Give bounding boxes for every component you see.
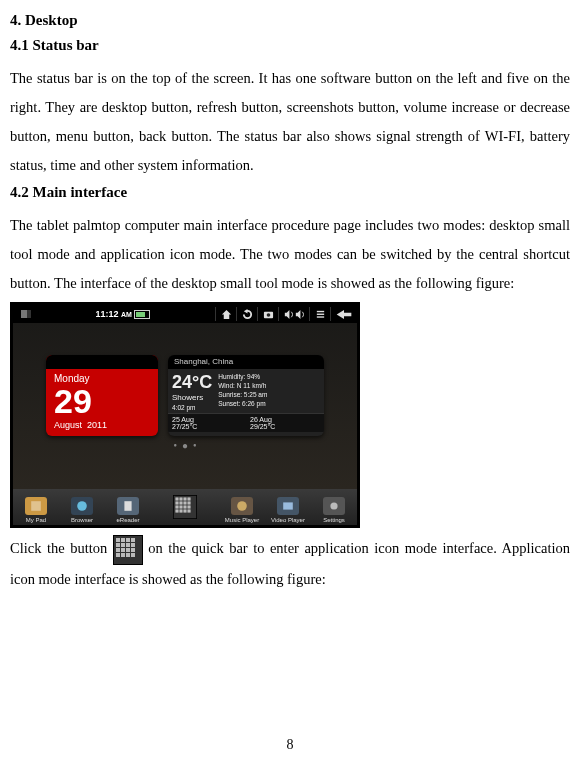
dock-ereader[interactable]: eReader bbox=[105, 489, 151, 525]
page-number: 8 bbox=[0, 737, 580, 753]
click-pre: Click the button bbox=[10, 540, 113, 556]
weather-cond: Showers bbox=[172, 393, 212, 402]
dock-music[interactable]: Music Player bbox=[219, 489, 265, 525]
weather-wind: Wind: N 11 km/h bbox=[218, 381, 320, 390]
weather-localtime: 4:02 pm bbox=[172, 404, 212, 411]
apps-grid-icon bbox=[113, 535, 143, 565]
status-bar: 11:12 AM bbox=[13, 305, 357, 323]
clock-time: 11:12 bbox=[96, 309, 119, 319]
page-indicator: • ● • bbox=[13, 440, 357, 451]
weather-sunset: Sunset: 6:26 pm bbox=[218, 399, 320, 408]
section-heading: 4. Desktop bbox=[10, 12, 570, 29]
dock-mypad[interactable]: My Pad bbox=[13, 489, 59, 525]
svg-rect-3 bbox=[316, 313, 323, 314]
signal-icon bbox=[21, 310, 31, 318]
dock-center-apps-button[interactable] bbox=[151, 489, 219, 525]
weather-temp: 24°C bbox=[172, 372, 212, 393]
svg-rect-7 bbox=[124, 501, 131, 511]
dock-label: Music Player bbox=[225, 517, 259, 523]
svg-point-8 bbox=[237, 501, 247, 511]
dock-label: Video Player bbox=[271, 517, 305, 523]
subsection-41-text: The status bar is on the top of the scre… bbox=[10, 64, 570, 180]
dock-browser[interactable]: Browser bbox=[59, 489, 105, 525]
svg-point-6 bbox=[77, 501, 87, 511]
dock-label: eReader bbox=[116, 517, 139, 523]
subsection-41-heading: 4.1 Status bar bbox=[10, 37, 570, 54]
calendar-widget[interactable]: Monday 29 August 2011 bbox=[46, 355, 158, 436]
dock-video[interactable]: Video Player bbox=[265, 489, 311, 525]
svg-rect-9 bbox=[283, 502, 293, 509]
svg-rect-2 bbox=[316, 310, 323, 311]
subsection-42-heading: 4.2 Main interface bbox=[10, 184, 570, 201]
home-icon[interactable] bbox=[215, 307, 236, 321]
dock-label: My Pad bbox=[26, 517, 46, 523]
desktop-screenshot: 11:12 AM Monday 29 August 2011 Sh bbox=[10, 302, 360, 528]
svg-point-10 bbox=[330, 502, 337, 509]
dock-settings[interactable]: Settings bbox=[311, 489, 357, 525]
forecast-1: 25 Aug27/25°C bbox=[168, 413, 246, 432]
calendar-daynum: 29 bbox=[46, 384, 158, 420]
svg-point-1 bbox=[266, 313, 270, 317]
svg-rect-4 bbox=[316, 316, 323, 317]
dock-label: Settings bbox=[323, 517, 345, 523]
weather-widget[interactable]: Shanghai, China 24°C Showers 4:02 pm Hum… bbox=[168, 355, 324, 436]
subsection-42-text: The tablet palmtop computer main interfa… bbox=[10, 211, 570, 298]
dock-label: Browser bbox=[71, 517, 93, 523]
volume-icon[interactable] bbox=[278, 307, 309, 321]
click-instruction: Click the button on the quick bar to ent… bbox=[10, 534, 570, 594]
calendar-month: August bbox=[54, 420, 82, 430]
clock-ampm: AM bbox=[121, 311, 132, 318]
weather-humidity: Humidity: 94% bbox=[218, 372, 320, 381]
weather-sunrise: Sunrise: 5:25 am bbox=[218, 390, 320, 399]
camera-icon[interactable] bbox=[257, 307, 278, 321]
battery-icon bbox=[134, 310, 150, 319]
menu-icon[interactable] bbox=[309, 307, 330, 321]
refresh-icon[interactable] bbox=[236, 307, 257, 321]
dock: My Pad Browser eReader Music Player Vide… bbox=[13, 489, 357, 525]
weather-city: Shanghai, China bbox=[168, 355, 324, 369]
svg-rect-5 bbox=[31, 501, 41, 511]
back-icon[interactable] bbox=[330, 307, 357, 321]
forecast-2: 26 Aug29/25°C bbox=[246, 413, 324, 432]
calendar-year: 2011 bbox=[87, 420, 107, 430]
